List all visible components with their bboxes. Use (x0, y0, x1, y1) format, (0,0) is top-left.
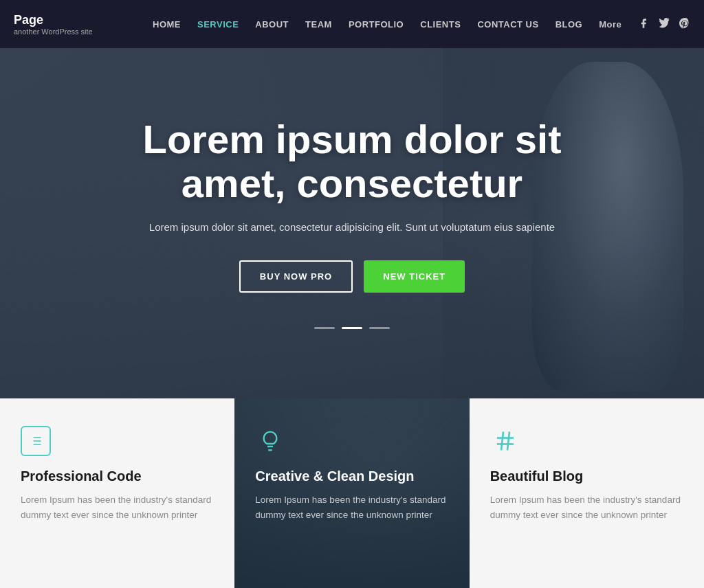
features-section: Professional Code Lorem Ipsum has been t… (0, 398, 704, 588)
svg-line-8 (501, 432, 503, 451)
nav-item-team[interactable]: TEAM (297, 0, 340, 48)
twitter-icon[interactable] (659, 18, 670, 31)
feature-3-text: Lorem Ipsum has been the industry's stan… (490, 493, 683, 523)
nav-item-contact[interactable]: CONTACT US (469, 0, 547, 48)
slider-dot-3[interactable] (369, 327, 390, 329)
slider-dots (108, 327, 596, 329)
site-subtitle: another WordPress site (14, 27, 124, 36)
new-ticket-button[interactable]: NEW TICKET (364, 260, 465, 293)
facebook-icon[interactable] (638, 18, 649, 31)
buy-now-pro-button[interactable]: BUY NOW PRO (239, 260, 353, 293)
slider-dot-1[interactable] (314, 327, 335, 329)
hash-icon (490, 426, 683, 456)
nav-item-more[interactable]: More (591, 0, 630, 48)
site-title: Page (14, 13, 124, 27)
hero-content: Lorem ipsum dolor sit amet, consectetur … (94, 117, 610, 329)
svg-line-9 (507, 432, 509, 451)
nav-item-home[interactable]: HOME (144, 0, 189, 48)
social-links (638, 18, 690, 31)
list-icon (21, 426, 214, 456)
hero-title: Lorem ipsum dolor sit amet, consectetur (108, 117, 596, 205)
hero-section: Lorem ipsum dolor sit amet, consectetur … (0, 48, 704, 398)
navbar: Page another WordPress site HOME SERVICE… (0, 0, 704, 48)
feature-1-title: Professional Code (21, 468, 214, 484)
slider-dot-2[interactable] (342, 327, 362, 329)
nav-item-service[interactable]: SERVICE (189, 0, 247, 48)
brand: Page another WordPress site (14, 13, 124, 36)
feature-beautiful-blog: Beautiful Blog Lorem Ipsum has been the … (470, 398, 704, 588)
nav-menu: HOME SERVICE ABOUT TEAM PORTFOLIO CLIENT… (144, 0, 631, 48)
hero-subtitle: Lorem ipsum dolor sit amet, consectetur … (108, 219, 596, 236)
nav-item-about[interactable]: ABOUT (247, 0, 297, 48)
feature-creative-design: Creative & Clean Design Lorem Ipsum has … (234, 398, 469, 588)
nav-item-clients[interactable]: CLIENTS (412, 0, 469, 48)
feature-professional-code: Professional Code Lorem Ipsum has been t… (0, 398, 234, 588)
feature-2-title: Creative & Clean Design (255, 468, 448, 484)
feature-1-text: Lorem Ipsum has been the industry's stan… (21, 493, 214, 523)
feature-2-text: Lorem Ipsum has been the industry's stan… (255, 493, 448, 523)
nav-item-blog[interactable]: BLOG (547, 0, 591, 48)
nav-item-portfolio[interactable]: PORTFOLIO (340, 0, 412, 48)
feature-3-title: Beautiful Blog (490, 468, 683, 484)
bulb-icon (255, 426, 448, 456)
hero-buttons: BUY NOW PRO NEW TICKET (108, 260, 596, 293)
pinterest-icon[interactable] (679, 18, 690, 31)
